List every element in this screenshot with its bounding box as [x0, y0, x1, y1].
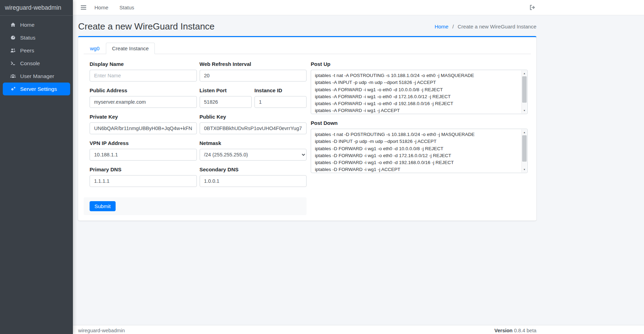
breadcrumb-home-link[interactable]: Home — [435, 24, 449, 29]
main-area: Home Status Create a new WireGuard Insta… — [73, 0, 644, 334]
tab-create-instance[interactable]: Create Instance — [106, 43, 155, 54]
scroll-down-arrow-icon[interactable]: ▼ — [522, 167, 527, 172]
web-refresh-interval-field[interactable] — [200, 70, 307, 82]
sidebar-item-label: Console — [20, 60, 40, 67]
listen-port-label: Listen Port — [200, 87, 252, 93]
instance-card: wg0 Create Instance Display Name Web Ref — [78, 36, 536, 221]
post-up-label: Post Up — [311, 61, 528, 67]
instance-id-field[interactable] — [254, 96, 307, 108]
sidebar-item-label: Home — [20, 22, 34, 28]
sign-out-icon[interactable] — [528, 3, 536, 12]
netmask-select[interactable]: /24 (255.255.255.0) — [200, 149, 307, 161]
topbar-link-home[interactable]: Home — [89, 5, 114, 10]
post-down-textarea[interactable]: iptables -t nat -D POSTROUTING -s 10.188… — [311, 129, 528, 173]
sidebar-item-label: Status — [20, 35, 35, 41]
scroll-up-arrow-icon[interactable]: ▲ — [522, 130, 527, 135]
sidebar-item-status[interactable]: Status — [3, 31, 70, 44]
sidebar-menu: Home Status Peers — [0, 16, 73, 95]
public-address-label: Public Address — [90, 87, 197, 93]
form-left-block: Display Name Web Refresh Interval Public… — [90, 61, 307, 215]
brand-title[interactable]: wireguard-webadmin — [0, 0, 73, 16]
instance-id-label: Instance ID — [254, 87, 307, 93]
public-key-field[interactable] — [200, 122, 307, 134]
post-down-scrollbar[interactable]: ▲ ▼ — [521, 129, 527, 172]
post-up-textarea[interactable]: iptables -t nat -A POSTROUTING -s 10.188… — [311, 70, 528, 114]
gears-icon — [9, 86, 17, 92]
display-name-field[interactable] — [90, 70, 197, 82]
submit-strip: Submit — [84, 197, 307, 215]
sidebar-item-home[interactable]: Home — [3, 18, 70, 31]
home-icon — [9, 22, 17, 28]
sidebar-item-console[interactable]: Console — [3, 57, 70, 70]
post-up-text: iptables -t nat -A POSTROUTING -s 10.188… — [311, 70, 527, 114]
secondary-dns-label: Secondary DNS — [200, 166, 307, 172]
form-right-block: Post Up iptables -t nat -A POSTROUTING -… — [311, 61, 528, 215]
sidebar-item-label: User Manager — [20, 73, 54, 79]
sidebar: wireguard-webadmin Home Status — [0, 0, 73, 334]
footer-app-name: wireguard-webadmin — [78, 328, 125, 333]
footer: wireguard-webadmin Version 0.8.4 beta — [73, 325, 644, 334]
submit-button[interactable]: Submit — [90, 201, 116, 211]
public-address-field[interactable] — [90, 96, 197, 108]
scroll-thumb[interactable] — [522, 76, 527, 103]
tab-wg0[interactable]: wg0 — [84, 43, 106, 54]
breadcrumb-separator: / — [452, 24, 454, 29]
footer-version: Version 0.8.4 beta — [494, 328, 536, 333]
footer-version-label: Version — [494, 328, 512, 333]
gauge-icon — [9, 35, 17, 41]
top-navbar: Home Status — [73, 0, 644, 15]
scroll-thumb[interactable] — [522, 135, 527, 162]
primary-dns-field[interactable] — [90, 175, 197, 187]
users-gear-icon — [9, 48, 17, 53]
public-key-label: Public Key — [200, 114, 307, 120]
users-icon — [9, 73, 17, 79]
topbar-link-status[interactable]: Status — [114, 5, 140, 10]
post-down-label: Post Down — [311, 120, 528, 126]
scroll-down-arrow-icon[interactable]: ▼ — [522, 108, 527, 113]
post-up-scrollbar[interactable]: ▲ ▼ — [521, 70, 527, 113]
breadcrumb: Home / Create a new WireGuard Instance — [435, 24, 536, 29]
sidebar-item-server-settings[interactable]: Server Settings — [3, 83, 70, 95]
sidebar-item-peers[interactable]: Peers — [3, 44, 70, 57]
web-refresh-interval-label: Web Refresh Interval — [200, 61, 307, 67]
create-instance-form: Display Name Web Refresh Interval Public… — [84, 54, 531, 215]
page-title: Create a new WireGuard Instance — [78, 20, 215, 33]
display-name-label: Display Name — [90, 61, 197, 67]
private-key-label: Private Key — [90, 114, 197, 120]
secondary-dns-field[interactable] — [200, 175, 307, 187]
instance-tabs: wg0 Create Instance — [84, 43, 531, 54]
sidebar-item-label: Peers — [20, 48, 34, 54]
terminal-icon — [9, 60, 17, 66]
vpn-ip-label: VPN IP Address — [90, 140, 197, 146]
content-header: Create a new WireGuard Instance Home / C… — [78, 15, 536, 36]
sidebar-item-user-manager[interactable]: User Manager — [3, 70, 70, 83]
content: Create a new WireGuard Instance Home / C… — [73, 15, 644, 325]
post-down-text: iptables -t nat -D POSTROUTING -s 10.188… — [311, 129, 527, 173]
footer-version-value: 0.8.4 beta — [514, 328, 537, 333]
netmask-label: Netmask — [200, 140, 307, 146]
breadcrumb-current: Create a new WireGuard Instance — [458, 24, 536, 29]
listen-port-field[interactable] — [200, 96, 252, 108]
primary-dns-label: Primary DNS — [90, 166, 197, 172]
private-key-field[interactable] — [90, 122, 197, 134]
hamburger-icon[interactable] — [78, 3, 89, 12]
sidebar-item-label: Server Settings — [20, 86, 57, 92]
vpn-ip-field[interactable] — [90, 149, 197, 161]
scroll-up-arrow-icon[interactable]: ▲ — [522, 71, 527, 76]
